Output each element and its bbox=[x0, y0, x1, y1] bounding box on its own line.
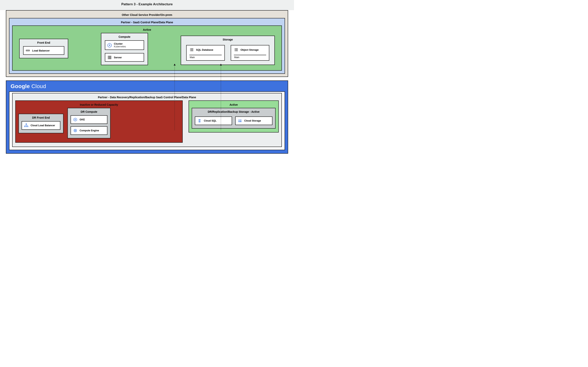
object-storage-foot: Main bbox=[234, 56, 266, 59]
compute-engine-icon bbox=[73, 128, 78, 133]
gke-label: GKE bbox=[80, 118, 85, 121]
gke-icon bbox=[73, 117, 78, 122]
dr-frontend-title: DR Front End bbox=[19, 114, 63, 121]
cloud-storage-icon bbox=[238, 118, 242, 123]
svg-rect-26 bbox=[26, 126, 27, 127]
kubernetes-icon bbox=[107, 43, 112, 48]
label-partner-saas: Partner - SaaS Control Plane/Data Plane bbox=[12, 20, 282, 25]
svg-point-35 bbox=[241, 121, 241, 122]
object-storage-icon bbox=[234, 47, 239, 52]
dr-storage-panel: DR/Replication/Backup Storage - Active C… bbox=[192, 108, 276, 129]
active-box-top: Active Front End Load Balancer bbox=[12, 25, 282, 71]
page-title: Pattern 3 - Example Architecture bbox=[0, 0, 294, 10]
dr-frontend-panel: DR Front End Cloud Load Balancer bbox=[18, 114, 63, 133]
compute-panel: Compute Cluster Kubernetes bbox=[101, 33, 148, 65]
svg-point-2 bbox=[28, 50, 28, 51]
cloud-sql-icon bbox=[197, 118, 202, 123]
white-inner-box: Partner - Data Recovery/Replication/Back… bbox=[9, 92, 285, 150]
svg-point-10 bbox=[108, 57, 109, 58]
svg-rect-27 bbox=[27, 126, 28, 127]
sql-database-label: SQL Database bbox=[196, 48, 213, 51]
cluster-sub: Kubernetes bbox=[114, 45, 126, 48]
dr-compute-title: DR Compute bbox=[68, 108, 110, 115]
label-partner-dr: Partner - Data Recovery/Replication/Back… bbox=[15, 94, 279, 100]
svg-point-17 bbox=[190, 51, 191, 51]
cloud-load-balancer-label: Cloud Load Balancer bbox=[31, 124, 55, 127]
svg-point-9 bbox=[108, 56, 109, 57]
cloud-load-balancer-icon bbox=[24, 123, 29, 128]
label-active-bottom: Active bbox=[192, 102, 276, 108]
top-region-other-cloud: Other Cloud Service Provider/On-prem Par… bbox=[6, 10, 288, 77]
svg-rect-37 bbox=[239, 121, 240, 122]
cloud-sql-item: Cloud SQL bbox=[195, 117, 232, 125]
svg-point-1 bbox=[27, 50, 27, 51]
dr-compute-panel: DR Compute GKE bbox=[67, 108, 111, 138]
cluster-item: Cluster Kubernetes bbox=[105, 40, 144, 50]
label-other-cloud: Other Cloud Service Provider/On-prem bbox=[9, 12, 285, 18]
frontend-panel: Front End Load Balancer bbox=[19, 39, 68, 58]
google-cloud-logo: Google Cloud bbox=[9, 82, 285, 92]
svg-point-15 bbox=[190, 49, 191, 49]
svg-point-21 bbox=[235, 49, 235, 49]
divider bbox=[234, 55, 266, 55]
svg-rect-36 bbox=[239, 120, 240, 120]
sql-database-foot: Main bbox=[189, 56, 222, 59]
load-balancer-icon bbox=[26, 48, 30, 53]
sql-database-card: SQL Database Main bbox=[186, 45, 225, 61]
svg-point-5 bbox=[109, 45, 110, 46]
cloud-storage-item: Cloud Storage bbox=[235, 117, 272, 125]
svg-point-23 bbox=[235, 51, 235, 51]
database-icon bbox=[189, 47, 194, 52]
svg-marker-29 bbox=[74, 119, 76, 120]
partner-saas-box: Partner - SaaS Control Plane/Data Plane … bbox=[9, 18, 285, 74]
label-inactive: Inactive or Reduced Capacity bbox=[18, 102, 180, 108]
cluster-label: Cluster bbox=[114, 42, 126, 45]
compute-title: Compute bbox=[101, 33, 147, 40]
google-cloud-region: Google Cloud Partner - Data Recovery/Rep… bbox=[6, 80, 288, 154]
object-storage-card: Object Storage Main bbox=[231, 45, 269, 61]
object-storage-label: Object Storage bbox=[241, 48, 259, 51]
svg-rect-24 bbox=[26, 124, 27, 125]
compute-engine-item: Compute Engine bbox=[70, 126, 107, 135]
cloud-sql-label: Cloud SQL bbox=[204, 119, 216, 122]
server-item: Server bbox=[105, 53, 144, 62]
cloud-storage-label: Cloud Storage bbox=[244, 119, 261, 122]
divider bbox=[189, 55, 222, 55]
svg-rect-31 bbox=[75, 130, 76, 131]
compute-engine-label: Compute Engine bbox=[80, 129, 99, 132]
dr-storage-title: DR/Replication/Backup Storage - Active bbox=[192, 108, 275, 115]
server-label: Server bbox=[114, 56, 122, 59]
storage-title: Storage bbox=[181, 36, 274, 43]
load-balancer-label: Load Balancer bbox=[32, 49, 50, 52]
storage-panel: Storage SQL Database bbox=[181, 36, 275, 65]
svg-point-34 bbox=[241, 120, 241, 120]
label-active-top: Active bbox=[15, 27, 279, 33]
svg-point-3 bbox=[29, 50, 29, 51]
frontend-title: Front End bbox=[20, 39, 68, 46]
svg-point-11 bbox=[108, 58, 109, 59]
diagram-canvas: Pattern 3 - Example Architecture Other C… bbox=[0, 0, 294, 159]
gke-item: GKE bbox=[70, 115, 107, 124]
load-balancer-item: Load Balancer bbox=[23, 46, 64, 55]
server-icon bbox=[107, 55, 112, 60]
partner-dr-box: Partner - Data Recovery/Replication/Back… bbox=[12, 93, 282, 147]
svg-point-22 bbox=[235, 50, 235, 50]
inactive-box: Inactive or Reduced Capacity DR Front En… bbox=[15, 100, 183, 143]
cloud-load-balancer-item: Cloud Load Balancer bbox=[22, 121, 60, 130]
svg-point-16 bbox=[190, 50, 191, 50]
svg-rect-25 bbox=[24, 126, 25, 127]
active-box-bottom: Active DR/Replication/Backup Storage - A… bbox=[189, 100, 279, 133]
